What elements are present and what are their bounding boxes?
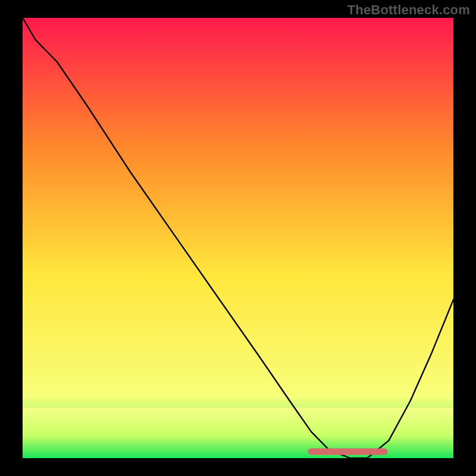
plot-area (23, 18, 453, 458)
chart-root: TheBottleneck.com (0, 0, 476, 476)
watermark-label: TheBottleneck.com (347, 2, 470, 18)
bottom-band (23, 408, 453, 458)
gradient-background (23, 18, 453, 458)
chart-svg (23, 18, 453, 458)
